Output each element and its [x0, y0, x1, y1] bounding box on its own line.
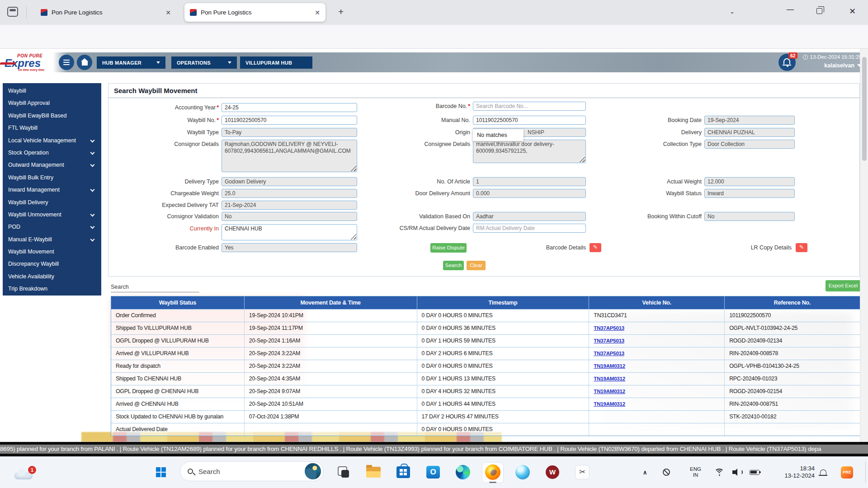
file-explorer-button[interactable] — [364, 463, 382, 481]
task-view-button[interactable] — [335, 463, 353, 481]
search-highlight-image[interactable] — [305, 463, 321, 479]
sidebar-item[interactable]: Manual E-Waybill — [3, 234, 101, 246]
weather-widget[interactable]: 1 — [13, 466, 40, 484]
consignee-details-textarea[interactable]: manivel,thiruvallur door delivery-600099… — [473, 140, 586, 163]
collection-type-field[interactable]: Door Collection — [704, 140, 795, 149]
battery-button[interactable] — [750, 456, 760, 488]
list-all-tabs-icon[interactable]: ⌄ — [730, 8, 735, 15]
tab-close-icon[interactable]: ✕ — [315, 9, 320, 16]
pre-app-button[interactable]: PRE — [841, 456, 853, 488]
language-switcher[interactable]: ENGIN — [690, 456, 701, 488]
booking-date-field[interactable]: 19-Sep-2024 — [704, 116, 795, 125]
sidebar-item[interactable]: Trip Breakdown — [3, 283, 101, 295]
taskbar-clock[interactable]: 18:3413-12-2024 — [771, 456, 815, 488]
lr-copy-edit-icon[interactable]: ✎ — [796, 243, 807, 252]
sidebar-item[interactable]: POD — [3, 221, 101, 233]
microsoft-store-button[interactable] — [394, 463, 412, 481]
vehicle-link[interactable]: TN31CD3471 — [594, 312, 627, 319]
waybill-type-field[interactable]: To-Pay — [222, 128, 357, 137]
sidebar-item[interactable]: Local Vehicle Management — [3, 135, 101, 147]
app-teal-ball-button[interactable] — [514, 463, 532, 481]
sidebar-item[interactable]: Vehicle Availability — [3, 271, 101, 283]
booking-within-cutoff-field[interactable]: No — [704, 212, 795, 221]
app-hamburger-button[interactable] — [59, 55, 74, 70]
consignor-validation-field[interactable]: No — [222, 212, 357, 221]
sidebar-item[interactable]: Discrepancy Waybill — [3, 258, 101, 270]
vehicle-link[interactable]: TN19AM0312 — [594, 376, 625, 381]
taskbar-search-box[interactable]: Search — [180, 461, 324, 481]
tab-pon-pure-1[interactable]: Pon Pure Logistics ✕ — [35, 3, 176, 22]
show-desktop-divider[interactable] — [865, 462, 866, 483]
firefox-button[interactable] — [484, 463, 502, 481]
scrollbar-track[interactable] — [860, 49, 868, 456]
vehicle-link[interactable]: TN37AP5013 — [594, 351, 624, 356]
new-tab-button[interactable]: + — [338, 6, 344, 17]
sidebar-item[interactable]: FTL Waybill — [3, 122, 101, 134]
wifi-button[interactable] — [714, 456, 724, 488]
sidebar-item[interactable]: Stock Operation — [3, 147, 101, 159]
search-button[interactable]: Search — [443, 261, 464, 270]
currently-in-textarea[interactable]: CHENNAI HUB — [222, 224, 357, 240]
waybill-no-field[interactable]: 10119022500570 — [222, 116, 357, 125]
export-excel-button[interactable]: Export Excel — [826, 280, 861, 291]
edge-button[interactable] — [454, 463, 472, 481]
volume-button[interactable] — [732, 456, 741, 488]
user-menu[interactable]: kalaiselvan — [824, 62, 862, 69]
barcode-details-edit-icon[interactable]: ✎ — [590, 243, 601, 252]
consignor-details-textarea[interactable]: Rajmohan,GODOWN DELIVERY @ NEYVELI-60780… — [222, 140, 357, 172]
tab-close-icon[interactable]: ✕ — [165, 9, 171, 16]
notification-center-button[interactable] — [820, 456, 826, 488]
sidebar-item[interactable]: Outward Management — [3, 159, 101, 171]
sidebar-item[interactable]: Inward Management — [3, 184, 101, 196]
start-button[interactable] — [152, 463, 170, 481]
outlook-button[interactable]: O — [424, 463, 442, 481]
sidebar-item[interactable]: Waybill Movement — [3, 246, 101, 258]
window-minimize-button[interactable]: — — [787, 5, 794, 14]
raise-dispute-button[interactable]: Raise Dispute — [430, 243, 467, 253]
sidebar-item[interactable]: Waybill Unmovement — [3, 209, 101, 221]
accounting-year-field[interactable]: 24-25 — [222, 103, 357, 112]
webex-button[interactable]: W — [543, 463, 561, 481]
waybill-type-label: Waybill Type — [115, 129, 219, 136]
sidebar-item[interactable]: Waybill — [3, 85, 101, 97]
module-dropdown[interactable]: OPERATIONS — [171, 56, 237, 69]
home-button[interactable] — [77, 55, 92, 70]
tray-overflow-chevron[interactable]: ∧ — [643, 456, 647, 488]
chargeable-weight-field[interactable]: 25.0 — [222, 189, 357, 198]
barcode-no-input[interactable]: Search Barcode No... — [473, 102, 586, 111]
sidebar-item[interactable]: Waybill Approval — [3, 97, 101, 109]
vehicle-link[interactable]: TN19AM0312 — [594, 363, 625, 369]
firefox-view-icon[interactable] — [7, 7, 18, 17]
snipping-tool-button[interactable]: ✂ — [573, 463, 591, 481]
validation-based-on-field[interactable]: Aadhar — [473, 212, 586, 221]
actual-weight-field[interactable]: 12.000 — [704, 177, 795, 186]
window-close-button[interactable]: ✕ — [849, 6, 856, 16]
no-of-article-field[interactable]: 1 — [473, 177, 586, 186]
scrollbar-thumb[interactable] — [862, 57, 867, 161]
csrm-date-input[interactable]: RM Actual Delivery Date — [473, 224, 586, 233]
window-restore-button[interactable] — [816, 8, 822, 14]
vehicle-link[interactable]: TN19AM0312 — [594, 389, 625, 394]
manual-no-field[interactable]: 10119022500570 — [473, 116, 586, 125]
sidebar-item[interactable]: Waybill Bulk Entry — [3, 172, 101, 184]
waybill-status-field[interactable]: Inward — [704, 189, 795, 198]
notifications-bell-button[interactable]: 62 — [778, 54, 796, 71]
tray-status-button[interactable] — [663, 456, 670, 488]
sidebar-item[interactable]: Waybill Delivery — [3, 197, 101, 209]
door-delivery-amount-field[interactable]: 0.000 — [473, 189, 586, 198]
sidebar-item[interactable]: Waybill EwayBill Based — [3, 110, 101, 122]
clear-button[interactable]: Clear — [467, 261, 486, 270]
tab-pon-pure-2-active[interactable]: Pon Pure Logistics ✕ — [184, 3, 326, 22]
results-search-input[interactable] — [111, 292, 199, 292]
barcode-enabled-field[interactable]: Yes — [222, 243, 357, 252]
cell-status: OGPL Dropped @ VILLUPURAM HUB — [111, 335, 245, 347]
delivery-type-field[interactable]: Godown Delivery — [222, 177, 357, 186]
vehicle-link[interactable]: TN37AP5013 — [594, 338, 624, 343]
delivery-field[interactable]: CHENNAI PUZHAL — [704, 128, 795, 137]
vehicle-link[interactable]: TN19AM0312 — [594, 401, 625, 407]
role-dropdown[interactable]: HUB MANAGER — [97, 56, 165, 69]
vehicle-link[interactable]: TN37AP5013 — [594, 325, 624, 331]
movement-table: Waybill Status Movement Date & Time Time… — [111, 296, 860, 436]
expected-tat-field[interactable]: 21-Sep-2024 — [222, 201, 357, 210]
hub-label[interactable]: VILLUPURAM HUB — [240, 56, 312, 69]
